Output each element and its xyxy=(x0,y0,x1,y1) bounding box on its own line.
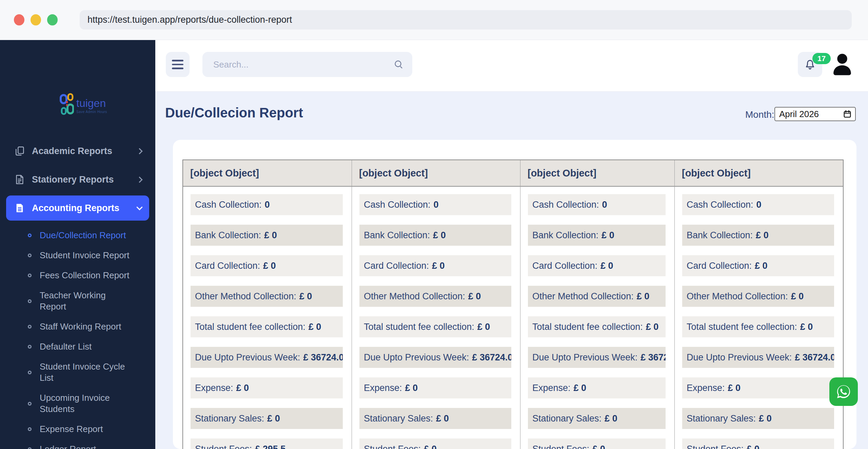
sidebar-submenu-item[interactable]: Fees Collection Report xyxy=(6,265,152,285)
report-row-value: £ 0 xyxy=(264,230,277,241)
report-row-value: £ 0 xyxy=(791,291,804,302)
sidebar-section-item[interactable]: Academic Reports xyxy=(6,138,149,164)
report-row-label: Stationary Sales: xyxy=(532,413,601,424)
report-row-label: Bank Collection: xyxy=(687,230,753,241)
report-row-label: Other Method Collection: xyxy=(687,291,788,302)
report-row-value: £ 0 xyxy=(263,261,276,271)
window-controls xyxy=(14,14,58,25)
search-icon[interactable] xyxy=(393,59,404,70)
report-row: Card Collection: £ 0 xyxy=(682,255,834,276)
report-row-value: £ 0 xyxy=(601,230,614,241)
bullet-icon xyxy=(28,325,32,329)
maximize-window-button[interactable] xyxy=(47,14,58,25)
sidebar-submenu-item[interactable]: Student Invoice Report xyxy=(6,245,152,265)
person-icon xyxy=(830,51,854,78)
bullet-icon xyxy=(28,447,32,449)
report-row-label: Cash Collection: xyxy=(364,200,431,210)
report-row-value: £ 0 xyxy=(646,322,659,332)
report-row: Stationary Sales: £ 0 xyxy=(528,408,666,429)
sidebar-submenu-item[interactable]: Expense Report xyxy=(6,419,152,439)
month-picker-input[interactable]: April 2026 xyxy=(774,107,856,121)
sidebar-section-item[interactable]: Stationery Reports xyxy=(6,167,149,192)
report-section-icon xyxy=(14,203,25,213)
report-row: Student Fees: £ 0 xyxy=(528,438,666,449)
close-window-button[interactable] xyxy=(14,14,24,25)
search-input[interactable] xyxy=(202,52,412,77)
bullet-icon xyxy=(28,233,32,237)
week-column-body: Cash Collection: 0 Bank Collection: £ 0 … xyxy=(352,187,520,449)
sidebar-submenu-label: Ledger Report xyxy=(40,444,96,449)
report-row: Cash Collection: 0 xyxy=(528,194,666,215)
logo-tagline: Save Admin Hours xyxy=(76,110,107,114)
report-row-value: £ 0 xyxy=(574,383,587,393)
report-row: Cash Collection: 0 xyxy=(191,194,343,215)
report-row-label: Bank Collection: xyxy=(195,230,261,241)
report-row-label: Total student fee collection: xyxy=(364,322,474,332)
report-row: Card Collection: £ 0 xyxy=(191,255,343,276)
menu-toggle-button[interactable] xyxy=(166,52,190,77)
report-row: Bank Collection: £ 0 xyxy=(359,225,511,246)
report-row-label: Stationary Sales: xyxy=(195,413,264,424)
week-column-body: Cash Collection: 0 Bank Collection: £ 0 … xyxy=(675,187,843,449)
report-row: Total student fee collection: £ 0 xyxy=(191,316,343,337)
report-row-value: £ 0 xyxy=(747,444,760,449)
bullet-icon xyxy=(28,402,32,406)
calendar-icon xyxy=(843,110,852,118)
report-row-label: Due Upto Previous Week: xyxy=(687,352,792,363)
report-row-value: £ 0 xyxy=(432,261,445,271)
sidebar-submenu-item[interactable]: Ledger Report xyxy=(6,439,152,449)
report-row: Stationary Sales: £ 0 xyxy=(191,408,343,429)
sidebar-submenu-item[interactable]: Upcoming Invoice Students xyxy=(6,388,152,419)
user-avatar[interactable] xyxy=(830,51,854,78)
sidebar-submenu-label: Teacher Working Report xyxy=(40,290,131,312)
logo-name: tuigen xyxy=(76,97,107,109)
week-column: [object Object] Cash Collection: 0 Bank … xyxy=(520,160,674,449)
report-row-value: £ 0 xyxy=(759,413,772,424)
report-row: Expense: £ 0 xyxy=(528,377,666,398)
report-row: Due Upto Previous Week: £ 36724.00 xyxy=(191,347,343,368)
sidebar-submenu-label: Due/Collection Report xyxy=(40,230,126,241)
report-row-label: Card Collection: xyxy=(195,261,260,271)
whatsapp-button[interactable] xyxy=(829,377,858,406)
notification-count-badge: 17 xyxy=(812,53,831,64)
address-bar[interactable]: https://test.tuigen.app/reports/due-coll… xyxy=(80,10,852,30)
minimize-window-button[interactable] xyxy=(31,14,41,25)
report-row-value: £ 0 xyxy=(756,230,769,241)
sidebar-submenu-item[interactable]: Student Invoice Cycle List xyxy=(6,357,152,388)
report-row-label: Other Method Collection: xyxy=(532,291,634,302)
report-row-value: £ 0 xyxy=(637,291,650,302)
sidebar-submenu-label: Student Invoice Cycle List xyxy=(40,361,131,383)
chevron-icon xyxy=(136,148,142,154)
sidebar-submenu-item[interactable]: Defaulter List xyxy=(6,337,152,357)
sidebar-submenu-label: Upcoming Invoice Students xyxy=(40,392,131,415)
sidebar-submenu-label: Staff Working Report xyxy=(40,321,121,332)
chevron-icon xyxy=(136,204,142,210)
report-row-value: £ 0 xyxy=(755,261,768,271)
report-row-label: Bank Collection: xyxy=(532,230,598,241)
search-box xyxy=(202,52,412,77)
sidebar-submenu-item[interactable]: Staff Working Report xyxy=(6,317,152,337)
chevron-icon xyxy=(136,176,142,183)
report-row: Stationary Sales: £ 0 xyxy=(359,408,511,429)
report-row-label: Other Method Collection: xyxy=(195,291,296,302)
sidebar-submenu: Due/Collection Report Student Invoice Re… xyxy=(6,225,152,449)
report-row: Expense: £ 0 xyxy=(682,377,834,398)
report-row-label: Bank Collection: xyxy=(364,230,430,241)
report-row-value: £ 0 xyxy=(436,413,449,424)
report-row: Total student fee collection: £ 0 xyxy=(359,316,511,337)
sidebar-submenu-label: Student Invoice Report xyxy=(40,250,130,261)
sidebar-submenu-item[interactable]: Teacher Working Report xyxy=(6,285,152,317)
report-row-value: £ 0 xyxy=(592,444,605,449)
report-row-label: Other Method Collection: xyxy=(364,291,465,302)
report-row-label: Expense: xyxy=(687,383,725,393)
sidebar-submenu-item[interactable]: Due/Collection Report xyxy=(6,225,152,245)
sidebar-section-label: Stationery Reports xyxy=(32,174,114,185)
report-row-value: £ 295.5 xyxy=(255,444,285,449)
report-row-value: £ 0 xyxy=(405,383,418,393)
report-row: Due Upto Previous Week: £ 36724.00 xyxy=(528,347,666,368)
report-row: Total student fee collection: £ 0 xyxy=(528,316,666,337)
report-section-icon xyxy=(14,174,25,185)
report-row: Other Method Collection: £ 0 xyxy=(682,286,834,307)
sidebar-section-item[interactable]: Accounting Reports xyxy=(6,195,149,221)
report-row-value: 0 xyxy=(265,200,270,210)
